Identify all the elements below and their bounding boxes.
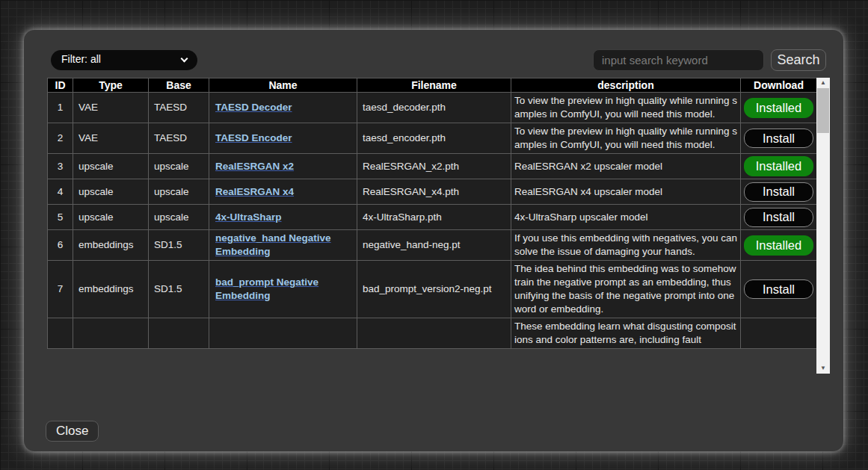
cell-base: TAESD bbox=[149, 123, 209, 154]
cell-id: 6 bbox=[48, 230, 73, 261]
cell-base: SD1.5 bbox=[149, 261, 209, 318]
filter-select-value: Filter: all bbox=[61, 53, 101, 65]
cell-filename bbox=[357, 318, 511, 349]
search-button[interactable]: Search bbox=[771, 49, 826, 71]
model-name-link[interactable]: RealESRGAN x2 bbox=[215, 161, 294, 172]
table-row: 6embeddingsSD1.5negative_hand Negative E… bbox=[48, 230, 817, 261]
cell-name bbox=[209, 318, 357, 349]
cell-name: 4x-UltraSharp bbox=[209, 205, 357, 230]
column-header-description: description bbox=[511, 78, 741, 93]
cell-type: upscale bbox=[73, 205, 149, 230]
model-table-container: IDTypeBaseNameFilenamedescriptionDownloa… bbox=[47, 78, 830, 374]
cell-name: negative_hand Negative Embedding bbox=[209, 230, 357, 261]
cell-id: 2 bbox=[48, 123, 73, 154]
cell-description: RealESRGAN x4 upscaler model bbox=[511, 179, 741, 205]
model-name-link[interactable]: 4x-UltraSharp bbox=[215, 211, 282, 223]
cell-name: RealESRGAN x2 bbox=[209, 154, 357, 179]
cell-description: RealESRGAN x2 upscaler model bbox=[511, 154, 741, 179]
cell-base: upscale bbox=[149, 179, 209, 205]
table-row: 2VAETAESDTAESD Encodertaesd_encoder.pthT… bbox=[48, 123, 817, 154]
chevron-down-icon bbox=[181, 55, 188, 63]
cell-download: Install bbox=[741, 179, 817, 205]
cell-filename: taesd_encoder.pth bbox=[357, 123, 511, 154]
cell-id bbox=[48, 318, 73, 349]
filter-select[interactable]: Filter: all bbox=[51, 50, 197, 70]
cell-name: TAESD Decoder bbox=[209, 93, 357, 123]
scrollbar-up-arrow[interactable]: ▲ bbox=[816, 78, 830, 88]
cell-id: 7 bbox=[48, 261, 73, 318]
model-table: IDTypeBaseNameFilenamedescriptionDownloa… bbox=[47, 78, 817, 349]
table-row: 7embeddingsSD1.5bad_prompt Negative Embe… bbox=[48, 261, 817, 318]
column-header-name: Name bbox=[209, 78, 357, 93]
search-input[interactable] bbox=[593, 49, 764, 71]
model-name-link[interactable]: TAESD Encoder bbox=[215, 132, 292, 143]
cell-type: upscale bbox=[73, 179, 149, 205]
cell-filename: negative_hand-neg.pt bbox=[357, 230, 511, 261]
column-header-base: Base bbox=[149, 78, 209, 93]
cell-id: 5 bbox=[48, 205, 73, 230]
column-header-type: Type bbox=[73, 78, 149, 93]
installed-button[interactable]: Installed bbox=[744, 98, 813, 118]
table-scrollbar[interactable]: ▲ ▼ bbox=[816, 78, 830, 374]
install-button[interactable]: Install bbox=[744, 208, 813, 227]
cell-base: SD1.5 bbox=[149, 230, 209, 261]
table-header-row: IDTypeBaseNameFilenamedescriptionDownloa… bbox=[48, 78, 817, 93]
table-row: These embedding learn what disgusting co… bbox=[48, 318, 817, 349]
cell-type: upscale bbox=[73, 154, 149, 179]
table-row: 3upscaleupscaleRealESRGAN x2RealESRGAN_x… bbox=[48, 154, 817, 179]
cell-name: bad_prompt Negative Embedding bbox=[209, 261, 357, 318]
cell-base: upscale bbox=[149, 154, 209, 179]
column-header-download: Download bbox=[741, 78, 817, 93]
model-name-link[interactable]: TAESD Decoder bbox=[215, 102, 292, 113]
close-button[interactable]: Close bbox=[46, 421, 99, 442]
cell-download: Installed bbox=[741, 154, 817, 179]
scrollbar-thumb[interactable] bbox=[817, 88, 829, 133]
model-name-link[interactable]: RealESRGAN x4 bbox=[215, 186, 294, 197]
installed-button[interactable]: Installed bbox=[744, 156, 813, 176]
scrollbar-down-arrow[interactable]: ▼ bbox=[816, 363, 830, 374]
cell-description: To view the preview in high quality whil… bbox=[511, 123, 741, 154]
cell-description: To view the preview in high quality whil… bbox=[511, 93, 741, 123]
table-row: 1VAETAESDTAESD Decodertaesd_decoder.pthT… bbox=[48, 93, 817, 123]
cell-id: 1 bbox=[48, 93, 73, 123]
cell-download: Install bbox=[741, 261, 817, 318]
cell-description: 4x-UltraSharp upscaler model bbox=[511, 205, 741, 230]
table-row: 4upscaleupscaleRealESRGAN x4RealESRGAN_x… bbox=[48, 179, 817, 205]
cell-filename: 4x-UltraSharp.pth bbox=[357, 205, 511, 230]
cell-download: Install bbox=[741, 205, 817, 230]
table-header: IDTypeBaseNameFilenamedescriptionDownloa… bbox=[48, 78, 817, 93]
cell-type: embeddings bbox=[73, 261, 149, 318]
installed-button[interactable]: Installed bbox=[744, 235, 813, 256]
model-name-link[interactable]: bad_prompt Negative Embedding bbox=[215, 276, 318, 301]
cell-filename: taesd_decoder.pth bbox=[357, 93, 511, 123]
cell-description: The idea behind this embedding was to so… bbox=[511, 261, 741, 318]
cell-name: TAESD Encoder bbox=[209, 123, 357, 154]
cell-type: VAE bbox=[73, 123, 149, 154]
cell-type bbox=[73, 318, 149, 349]
cell-type: embeddings bbox=[73, 230, 149, 261]
cell-description: If you use this embedding with negatives… bbox=[511, 230, 741, 261]
column-header-id: ID bbox=[48, 78, 73, 93]
cell-filename: RealESRGAN_x4.pth bbox=[357, 179, 511, 205]
model-name-link[interactable]: negative_hand Negative Embedding bbox=[215, 232, 331, 257]
cell-filename: bad_prompt_version2-neg.pt bbox=[357, 261, 511, 318]
table-row: 5upscaleupscale4x-UltraSharp4x-UltraShar… bbox=[48, 205, 817, 230]
cell-download: Installed bbox=[741, 93, 817, 123]
cell-id: 3 bbox=[48, 154, 73, 179]
cell-base bbox=[149, 318, 209, 349]
cell-id: 4 bbox=[48, 179, 73, 205]
cell-base: upscale bbox=[149, 205, 209, 230]
cell-type: VAE bbox=[73, 93, 149, 123]
column-header-filename: Filename bbox=[357, 78, 511, 93]
cell-filename: RealESRGAN_x2.pth bbox=[357, 154, 511, 179]
cell-download bbox=[741, 318, 817, 349]
install-button[interactable]: Install bbox=[744, 129, 813, 148]
install-button[interactable]: Install bbox=[744, 182, 813, 202]
cell-download: Installed bbox=[741, 230, 817, 261]
cell-base: TAESD bbox=[149, 93, 209, 123]
cell-download: Install bbox=[741, 123, 817, 154]
install-button[interactable]: Install bbox=[744, 279, 813, 299]
cell-description: These embedding learn what disgusting co… bbox=[511, 318, 741, 349]
model-manager-dialog: Filter: all Search IDTypeBaseNameFilenam… bbox=[24, 30, 843, 451]
cell-name: RealESRGAN x4 bbox=[209, 179, 357, 205]
